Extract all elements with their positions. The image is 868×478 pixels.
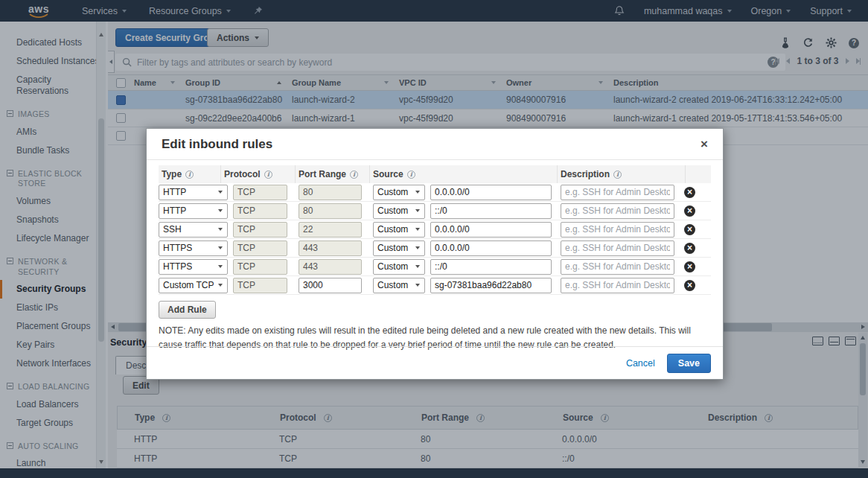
delete-rule-icon[interactable]: × xyxy=(684,261,695,273)
info-icon[interactable]: i xyxy=(185,171,194,179)
delete-rule-icon[interactable]: × xyxy=(684,280,695,291)
caret-down-icon xyxy=(218,265,223,268)
modal-footer: Cancel Save xyxy=(147,346,723,379)
description-input[interactable] xyxy=(561,259,674,275)
rules-grid-header: Typei Protocoli Port Rangei Sourcei Desc… xyxy=(159,165,711,183)
source-input[interactable] xyxy=(430,278,552,293)
caret-down-icon xyxy=(415,209,420,212)
cancel-button[interactable]: Cancel xyxy=(626,358,655,369)
modal-header: Edit inbound rules × xyxy=(147,129,723,160)
col-source: Sourcei xyxy=(370,165,558,183)
add-rule-button[interactable]: Add Rule xyxy=(159,301,216,319)
protocol-input xyxy=(233,222,287,238)
source-mode-select[interactable]: Custom xyxy=(373,185,425,200)
rule-row: SSH Custom × xyxy=(159,220,711,239)
source-mode-select[interactable]: Custom xyxy=(373,278,425,293)
info-icon[interactable]: i xyxy=(407,171,415,179)
port-range-input xyxy=(299,259,362,275)
info-icon[interactable]: i xyxy=(613,171,622,179)
port-range-input xyxy=(299,185,362,200)
description-input[interactable] xyxy=(561,222,674,238)
source-input[interactable] xyxy=(430,222,552,238)
source-mode-select[interactable]: Custom xyxy=(373,259,425,275)
col-type: Typei xyxy=(159,165,221,183)
type-select[interactable]: HTTPS xyxy=(159,240,228,256)
rule-row: Custom TCP F Custom × xyxy=(159,276,711,295)
caret-down-icon xyxy=(218,228,223,231)
description-input[interactable] xyxy=(561,240,674,256)
caret-down-icon xyxy=(218,191,223,194)
protocol-input xyxy=(233,203,287,219)
aws-ec2-console: aws Services Resource Groups muhammad wa… xyxy=(0,0,868,478)
caret-down-icon xyxy=(415,191,420,194)
protocol-input xyxy=(233,259,287,275)
protocol-input xyxy=(233,240,287,256)
protocol-input xyxy=(233,185,287,200)
type-select[interactable]: SSH xyxy=(159,222,228,238)
description-input[interactable] xyxy=(561,203,674,219)
source-mode-select[interactable]: Custom xyxy=(373,240,425,256)
delete-rule-icon[interactable]: × xyxy=(684,187,695,198)
port-range-input xyxy=(299,203,362,219)
source-mode-select[interactable]: Custom xyxy=(373,222,425,238)
caret-down-icon xyxy=(415,265,420,268)
rule-row: HTTPS Custom × xyxy=(159,239,711,258)
port-range-input xyxy=(299,222,362,238)
type-select[interactable]: HTTP xyxy=(159,185,228,200)
caret-down-icon xyxy=(415,284,420,287)
caret-down-icon xyxy=(218,209,223,212)
description-input[interactable] xyxy=(561,278,674,293)
col-actions xyxy=(686,165,711,183)
info-icon[interactable]: i xyxy=(350,171,358,179)
modal-title: Edit inbound rules xyxy=(162,137,272,152)
save-button[interactable]: Save xyxy=(667,354,711,373)
type-select[interactable]: HTTPS xyxy=(159,259,228,275)
col-description: Descriptioni xyxy=(558,165,686,183)
type-select[interactable]: HTTP xyxy=(159,203,228,219)
port-range-input[interactable] xyxy=(299,278,362,293)
close-icon[interactable]: × xyxy=(701,138,708,150)
rule-row: HTTPS Custom × xyxy=(159,258,711,276)
caret-down-icon xyxy=(415,228,420,231)
description-input[interactable] xyxy=(561,185,674,200)
rule-row: HTTP Custom × xyxy=(159,183,711,202)
protocol-input xyxy=(233,278,287,293)
type-select[interactable]: Custom TCP F xyxy=(159,278,228,293)
delete-rule-icon[interactable]: × xyxy=(684,205,695,217)
port-range-input xyxy=(299,240,362,256)
rule-row: HTTP Custom × xyxy=(159,202,711,220)
source-mode-select[interactable]: Custom xyxy=(373,203,425,219)
edit-inbound-rules-modal: Edit inbound rules × Typei Protocoli Por… xyxy=(146,128,724,380)
source-input[interactable] xyxy=(430,259,552,275)
info-icon[interactable]: i xyxy=(264,171,272,179)
source-input[interactable] xyxy=(430,203,552,219)
caret-down-icon xyxy=(218,284,223,287)
caret-down-icon xyxy=(415,246,420,249)
col-protocol: Protocoli xyxy=(221,165,296,183)
delete-rule-icon[interactable]: × xyxy=(684,224,695,235)
source-input[interactable] xyxy=(430,185,552,200)
delete-rule-icon[interactable]: × xyxy=(684,243,695,254)
col-port-range: Port Rangei xyxy=(296,165,370,183)
caret-down-icon xyxy=(218,246,223,249)
source-input[interactable] xyxy=(430,240,552,256)
